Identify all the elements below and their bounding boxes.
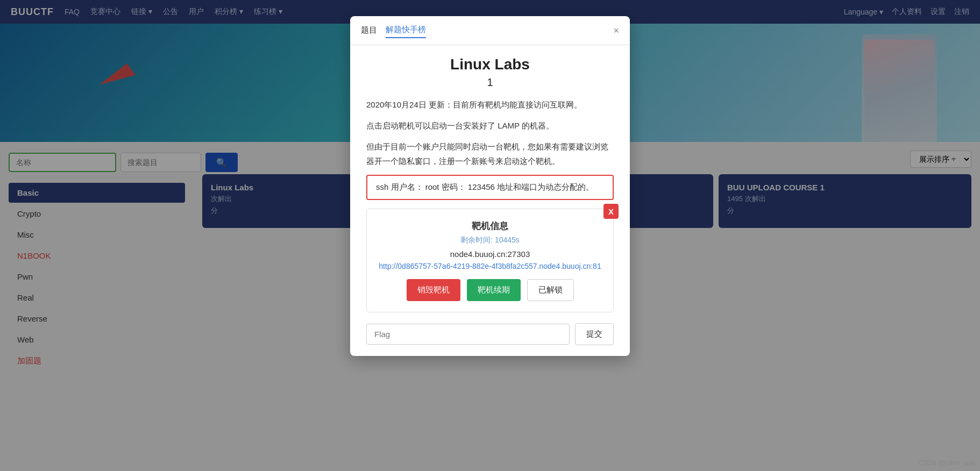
problem-score: 1: [366, 76, 614, 89]
target-url[interactable]: http://0d865757-57a6-4219-882e-4f3b8fa2c…: [378, 262, 602, 270]
target-close-button[interactable]: X: [603, 204, 619, 219]
modal-dialog: 题目 解题快手榜 × Linux Labs 1 2020年10月24日 更新：目…: [350, 16, 630, 356]
modal-body: Linux Labs 1 2020年10月24日 更新：目前所有靶机均能直接访问…: [350, 45, 630, 356]
tab-problem[interactable]: 题目: [361, 23, 377, 38]
target-info-title: 靶机信息: [378, 220, 602, 232]
target-time-value: 10445s: [495, 236, 520, 244]
unlocked-button[interactable]: 已解锁: [527, 279, 574, 301]
ssh-info-box: ssh 用户名： root 密码： 123456 地址和端口为动态分配的。: [366, 175, 614, 200]
modal-overlay: 题目 解题快手榜 × Linux Labs 1 2020年10月24日 更新：目…: [0, 0, 980, 471]
destroy-machine-button[interactable]: 销毁靶机: [407, 279, 460, 301]
target-node: node4.buuoj.cn:27303: [378, 249, 602, 259]
target-time: 剩余时间: 10445s: [378, 236, 602, 245]
problem-desc-1: 2020年10月24日 更新：目前所有靶机均能直接访问互联网。: [366, 97, 614, 112]
problem-desc-3: 但由于目前一个账户只能同时启动一台靶机，您如果有需要建议浏览器开一个隐私窗口，注…: [366, 139, 614, 168]
renew-machine-button[interactable]: 靶机续期: [467, 279, 521, 301]
tab-leaderboard[interactable]: 解题快手榜: [386, 23, 426, 38]
target-time-label: 剩余时间:: [460, 236, 493, 244]
modal-close-button[interactable]: ×: [613, 26, 619, 35]
flag-submit-button[interactable]: 提交: [575, 323, 614, 345]
problem-title: Linux Labs: [366, 56, 614, 73]
target-actions: 销毁靶机 靶机续期 已解锁: [378, 279, 602, 301]
target-info-box: X 靶机信息 剩余时间: 10445s node4.buuoj.cn:27303…: [366, 209, 614, 312]
flag-row: 提交: [366, 323, 614, 345]
csdn-watermark: CSDN @julien_qiao: [918, 459, 976, 467]
problem-desc-2: 点击启动靶机可以启动一台安装好了 LAMP 的机器。: [366, 118, 614, 133]
flag-input[interactable]: [366, 324, 570, 345]
modal-header: 题目 解题快手榜 ×: [350, 16, 630, 45]
